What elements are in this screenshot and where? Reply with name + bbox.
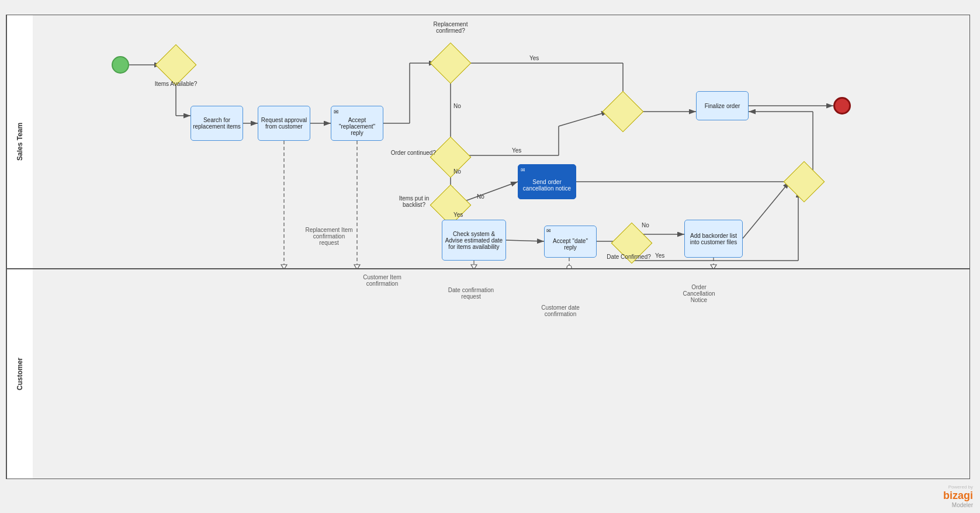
task-search-replacement[interactable]: Search for replacement items	[191, 106, 243, 141]
svg-marker-37	[354, 265, 360, 268]
label-customer-date: Customer date confirmation	[534, 304, 587, 317]
label-order-cancel-notice: Order Cancellation Notice	[676, 284, 722, 303]
gateway-replacement-label: Replacement confirmed?	[421, 21, 480, 34]
swimlane-sales-content: Items Available? Search for replacement …	[33, 15, 969, 268]
swimlane-sales: Sales Team	[6, 15, 970, 269]
task-request-approval[interactable]: Request approval from customer	[258, 106, 310, 141]
modeler-text: Modeler	[943, 502, 973, 508]
bizagi-brand: bizagi	[943, 490, 973, 502]
task-request-label: Request approval from customer	[260, 117, 308, 130]
swimlane-sales-label: Sales Team	[6, 15, 33, 268]
task-cancel-label: Send order cancellation notice	[520, 179, 574, 192]
swimlane-customer-content: Customer Item confirmation Date confirma…	[33, 269, 969, 479]
task-accept-label: Accept "replacement" reply	[333, 117, 381, 136]
task-check-system[interactable]: Check system & Advise estimated date for…	[442, 220, 506, 261]
task-finalize-label: Finalize order	[705, 103, 740, 109]
task-finalize-order[interactable]: Finalize order	[696, 91, 749, 120]
task-backorder-label: Add backorder list into customer files	[687, 233, 740, 245]
task-check-label: Check system & Advise estimated date for…	[444, 231, 504, 250]
svg-line-27	[743, 182, 789, 238]
envelope-icon: ✉	[334, 109, 338, 115]
gateway-date-label: Date Confirmed?	[605, 254, 652, 260]
label-no-gw6: No	[642, 222, 649, 228]
task-search-label: Search for replacement items	[193, 117, 241, 130]
end-event	[833, 97, 851, 115]
envelope-icon-3: ✉	[546, 228, 551, 234]
gateway-items-available	[161, 50, 191, 79]
swimlane-customer: Customer Customer Item confirmation Date…	[6, 269, 970, 479]
svg-marker-40	[711, 265, 716, 268]
powered-by-text: Powered by	[943, 484, 973, 490]
label-yes-gw2: Yes	[529, 55, 539, 61]
gateway-replacement-confirmed	[436, 48, 465, 78]
gateway-merge-2	[789, 167, 819, 196]
label-no-gw2: No	[453, 103, 461, 109]
label-yes-gw6: Yes	[655, 252, 664, 259]
svg-point-39	[567, 265, 572, 268]
task-add-backorder[interactable]: Add backorder list into customer files	[684, 220, 743, 258]
task-accept-replacement[interactable]: ✉ Accept "replacement" reply	[331, 106, 383, 141]
gateway-backlist-label: Items put in backlist?	[392, 195, 436, 208]
label-yes-gw4: Yes	[512, 147, 521, 154]
svg-line-16	[559, 112, 608, 126]
task-accept-date[interactable]: ✉ Accept "date" reply	[544, 226, 597, 258]
watermark: Powered by bizagi Modeler	[943, 484, 973, 508]
svg-line-21	[506, 240, 544, 241]
label-yes-gw5: Yes	[453, 212, 463, 218]
gateway-items-available-label: Items Available?	[150, 81, 202, 87]
label-date-confirm-req: Date confirmation request	[448, 287, 494, 300]
label-customer-item-confirm: Customer Item confirmation	[359, 274, 406, 287]
start-event	[112, 56, 129, 74]
gateway-merge-1	[608, 97, 638, 126]
svg-marker-38	[471, 265, 477, 268]
gateway-order-continued-label: Order continued?	[389, 150, 436, 156]
task-date-label: Accept "date" reply	[546, 238, 594, 251]
label-no-gw4: No	[453, 168, 461, 175]
label-no-gw5: No	[477, 193, 484, 200]
label-replacement-confirm: Replacement Item confirmation request	[303, 227, 355, 246]
gateway-order-continued	[436, 143, 465, 172]
envelope-icon-2: ✉	[521, 167, 525, 173]
svg-marker-36	[281, 265, 287, 268]
diagram-container: Sales Team	[6, 6, 970, 491]
swimlane-customer-label: Customer	[6, 269, 33, 479]
task-send-cancellation[interactable]: ✉ Send order cancellation notice	[518, 164, 576, 199]
svg-line-18	[465, 182, 518, 201]
